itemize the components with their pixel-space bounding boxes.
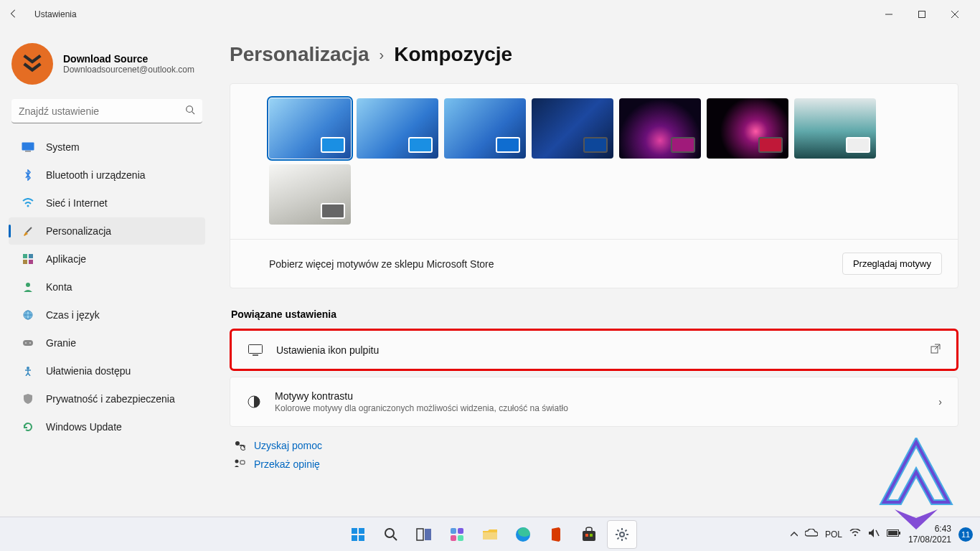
- theme-option[interactable]: [794, 98, 876, 159]
- system-icon: [20, 141, 36, 154]
- desktop-icons-row[interactable]: Ustawienia ikon pulpitu: [230, 329, 958, 371]
- window-title: Ustawienia: [34, 9, 77, 19]
- chevron-right-icon: ›: [380, 47, 385, 63]
- nav-network[interactable]: Sieć i Internet: [9, 189, 205, 217]
- explorer-button[interactable]: [475, 520, 505, 549]
- close-button[interactable]: [938, 3, 971, 26]
- svg-rect-38: [451, 528, 456, 534]
- svg-rect-42: [483, 532, 497, 540]
- svg-rect-6: [22, 143, 34, 151]
- edge-button[interactable]: [508, 520, 538, 549]
- update-icon: [20, 420, 36, 433]
- globe-icon: [20, 309, 36, 321]
- theme-option[interactable]: [532, 98, 613, 159]
- tray-language[interactable]: POL: [825, 529, 842, 540]
- svg-point-47: [620, 532, 624, 537]
- apps-icon: [20, 253, 36, 265]
- contrast-themes-row[interactable]: Motywy kontrastu Kolorowe motywy dla ogr…: [230, 377, 958, 427]
- start-button[interactable]: [343, 520, 373, 549]
- account-block[interactable]: Download Source Downloadsourcenet@outloo…: [11, 43, 208, 85]
- related-section-title: Powiązane ustawienia: [231, 309, 958, 320]
- shield-icon: [20, 392, 36, 405]
- svg-rect-33: [359, 535, 364, 541]
- help-icon: [230, 440, 250, 451]
- wifi-tray-icon[interactable]: [849, 529, 861, 540]
- nav-accessibility[interactable]: Ułatwienia dostępu: [9, 357, 205, 385]
- svg-line-35: [393, 537, 397, 540]
- svg-rect-30: [352, 528, 357, 534]
- theme-option[interactable]: [269, 98, 351, 159]
- svg-rect-11: [29, 254, 33, 258]
- svg-rect-39: [458, 528, 463, 534]
- svg-point-28: [235, 460, 239, 463]
- theme-option[interactable]: [444, 98, 526, 159]
- themes-card: Pobierz więcej motywów ze sklepu Microso…: [230, 83, 958, 288]
- tray-chevron-icon[interactable]: [791, 529, 798, 540]
- svg-rect-7: [25, 151, 31, 152]
- bluetooth-icon: [20, 169, 36, 182]
- store-button[interactable]: [574, 520, 604, 549]
- nav-windows-update[interactable]: Windows Update: [9, 413, 205, 441]
- nav-bluetooth[interactable]: Bluetooth i urządzenia: [9, 161, 205, 189]
- taskbar-apps: [343, 520, 637, 549]
- breadcrumb-parent[interactable]: Personalizacja: [230, 43, 369, 66]
- feedback-icon: [230, 458, 250, 470]
- gamepad-icon: [20, 336, 36, 349]
- nav-personalization[interactable]: Personalizacja: [9, 217, 205, 245]
- search-box[interactable]: [11, 99, 202, 123]
- back-button[interactable]: [9, 9, 30, 21]
- main-content: Personalizacja › Kompozycje Pobierz więc…: [215, 29, 980, 517]
- theme-option[interactable]: [707, 98, 788, 159]
- svg-rect-18: [23, 340, 33, 346]
- feedback-link[interactable]: Przekaż opinię: [230, 458, 958, 470]
- theme-option[interactable]: [619, 98, 701, 159]
- svg-rect-36: [417, 529, 423, 540]
- onedrive-icon[interactable]: [805, 529, 818, 540]
- office-button[interactable]: [541, 520, 571, 549]
- svg-point-14: [26, 283, 30, 287]
- maximize-button[interactable]: [905, 3, 938, 26]
- help-link[interactable]: Uzyskaj pomoc: [230, 440, 958, 451]
- row-desc: Kolorowe motywy dla ograniczonych możliw…: [275, 403, 938, 413]
- svg-rect-41: [458, 535, 463, 541]
- nav-gaming[interactable]: Granie: [9, 329, 205, 357]
- avatar: [11, 43, 53, 85]
- row-title: Motywy kontrastu: [275, 390, 938, 402]
- svg-point-4: [187, 106, 193, 113]
- minimize-button[interactable]: [872, 3, 905, 26]
- svg-rect-22: [249, 344, 263, 353]
- svg-point-34: [385, 529, 394, 537]
- search-icon: [185, 105, 195, 117]
- window-controls: [872, 3, 971, 26]
- external-link-icon: [930, 344, 941, 356]
- nav-privacy[interactable]: Prywatność i zabezpieczenia: [9, 385, 205, 413]
- nav-time-language[interactable]: Czas i język: [9, 301, 205, 329]
- svg-line-5: [192, 112, 195, 115]
- search-input[interactable]: [11, 99, 202, 123]
- svg-rect-37: [425, 529, 431, 540]
- search-button[interactable]: [376, 520, 406, 549]
- titlebar: Ustawienia: [0, 0, 980, 29]
- settings-button[interactable]: [607, 520, 637, 549]
- battery-tray-icon[interactable]: [887, 529, 901, 540]
- theme-option[interactable]: [269, 164, 351, 225]
- browse-themes-button[interactable]: Przeglądaj motywy: [842, 253, 942, 275]
- tray-clock[interactable]: 6:43 17/08/2021: [908, 524, 951, 545]
- svg-rect-52: [888, 531, 897, 535]
- volume-tray-icon[interactable]: [868, 528, 880, 540]
- help-links: Uzyskaj pomoc Przekaż opinię: [230, 440, 958, 470]
- taskview-button[interactable]: [409, 520, 439, 549]
- nav-system[interactable]: System: [9, 133, 205, 161]
- nav-apps[interactable]: Aplikacje: [9, 245, 205, 273]
- widgets-button[interactable]: [442, 520, 472, 549]
- nav-accounts[interactable]: Konta: [9, 273, 205, 301]
- svg-line-49: [876, 530, 879, 536]
- svg-rect-13: [29, 260, 33, 264]
- taskbar: POL 6:43 17/08/2021 11: [0, 517, 980, 551]
- svg-rect-51: [899, 532, 900, 534]
- system-tray[interactable]: POL 6:43 17/08/2021 11: [791, 524, 973, 545]
- svg-point-26: [235, 441, 240, 446]
- breadcrumb-current: Kompozycje: [394, 43, 512, 66]
- theme-option[interactable]: [357, 98, 438, 159]
- notification-badge[interactable]: 11: [958, 527, 973, 542]
